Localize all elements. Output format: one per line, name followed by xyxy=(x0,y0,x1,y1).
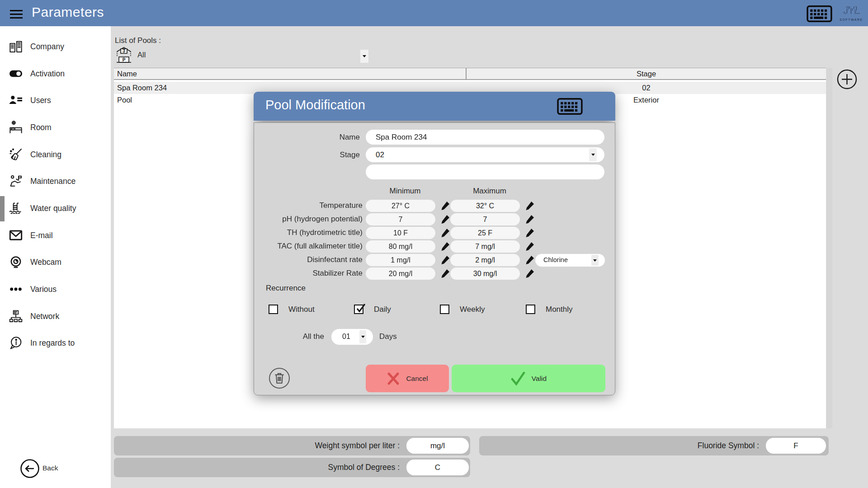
edit-pencil-icon[interactable] xyxy=(440,228,450,238)
weight-symbol-label: Weight symbol per liter : xyxy=(315,441,400,450)
row-label: TH (hydrotimetric title) xyxy=(254,228,363,237)
chevron-down-icon[interactable] xyxy=(591,255,599,266)
sidebar-item-maintenance[interactable]: Maintenance xyxy=(0,169,111,193)
max-field[interactable]: 7 xyxy=(450,213,520,225)
sidebar-item-in-regards-to[interactable]: In regards to xyxy=(0,331,111,355)
checkbox-label: Without xyxy=(288,305,315,314)
min-field[interactable]: 80 mg/l xyxy=(366,240,435,253)
edit-pencil-icon[interactable] xyxy=(440,255,450,265)
edit-pencil-icon[interactable] xyxy=(525,241,535,251)
max-field[interactable]: 2 mg/l xyxy=(450,254,520,266)
extra-field[interactable] xyxy=(366,164,604,179)
sidebar-item-email[interactable]: E-mail xyxy=(0,224,111,247)
stage-value: 02 xyxy=(376,150,384,160)
delete-pool-button[interactable] xyxy=(269,368,290,389)
sidebar-item-label: Water quality xyxy=(30,204,76,213)
maintenance-icon xyxy=(7,173,24,190)
cancel-button[interactable]: Cancel xyxy=(366,365,449,392)
interval-days-select[interactable]: 01 xyxy=(331,329,373,345)
checkbox-without: Without xyxy=(269,304,354,316)
min-field[interactable]: 27° C xyxy=(366,200,435,212)
checkbox-daily: Daily xyxy=(354,304,440,316)
checkbox[interactable] xyxy=(354,305,363,314)
row-label: Stabilizer Rate xyxy=(254,269,363,278)
edit-pencil-icon[interactable] xyxy=(525,255,535,265)
min-field[interactable]: 7 xyxy=(366,213,435,225)
keyboard-icon[interactable] xyxy=(557,98,583,115)
max-field[interactable]: 32° C xyxy=(450,200,520,212)
edit-pencil-icon[interactable] xyxy=(440,241,450,251)
min-field[interactable]: 20 mg/l xyxy=(366,267,435,280)
checkbox-label: Daily xyxy=(374,305,391,314)
sidebar: Company Activation Users Room Cleaning M… xyxy=(0,26,111,488)
page-title: Parameters xyxy=(32,5,104,20)
sidebar-item-room[interactable]: Room xyxy=(0,116,111,139)
min-field[interactable]: 1 mg/l xyxy=(366,254,435,266)
disinfectant-type-select[interactable]: Chlorine xyxy=(535,254,605,267)
badge-top: 3 xyxy=(123,48,125,53)
weight-symbol-field[interactable]: mg/l xyxy=(406,438,469,454)
add-pool-button[interactable] xyxy=(837,69,857,89)
edit-pencil-icon[interactable] xyxy=(525,214,535,224)
edit-pencil-icon[interactable] xyxy=(525,268,535,278)
chevron-down-icon[interactable] xyxy=(360,50,368,63)
min-field[interactable]: 10 F xyxy=(366,227,435,239)
sidebar-item-water-quality[interactable]: Water quality xyxy=(0,197,111,220)
sidebar-item-label: Users xyxy=(30,96,51,105)
name-label: Name xyxy=(254,133,360,142)
row-label: pH (hydrogen potential) xyxy=(254,215,363,224)
edit-pencil-icon[interactable] xyxy=(440,201,450,211)
sidebar-item-network[interactable]: Network xyxy=(0,305,111,328)
row-label: Disinfectant rate xyxy=(254,255,363,264)
fluoride-symbol-label: Fluoride Symbol : xyxy=(698,441,759,450)
valid-button[interactable]: Valid xyxy=(452,365,605,392)
name-field[interactable]: Spa Room 234 xyxy=(366,130,604,145)
company-icon xyxy=(7,38,24,55)
degrees-symbol-bar: Symbol of Degrees : C xyxy=(114,458,470,477)
checkbox[interactable] xyxy=(440,305,449,314)
max-field[interactable]: 30 mg/l xyxy=(450,267,520,280)
envelope-icon xyxy=(7,227,24,244)
trash-icon xyxy=(274,372,285,385)
ellipsis-icon xyxy=(7,281,24,298)
sidebar-item-company[interactable]: Company xyxy=(0,35,111,58)
dialog-header[interactable]: Pool Modification xyxy=(254,92,615,121)
logo-text: JYL xyxy=(837,3,865,18)
sidebar-selection-indicator xyxy=(0,196,5,221)
degrees-symbol-field[interactable]: C xyxy=(406,460,469,475)
toggle-icon xyxy=(7,65,24,82)
edit-pencil-icon[interactable] xyxy=(525,201,535,211)
keyboard-icon[interactable] xyxy=(807,5,832,22)
stage-select[interactable]: 02 xyxy=(366,147,604,162)
interval-suffix: Days xyxy=(379,332,397,341)
max-field[interactable]: 7 mg/l xyxy=(450,240,520,253)
row-label: Temperature xyxy=(254,201,363,210)
edit-pencil-icon[interactable] xyxy=(525,228,535,238)
sidebar-item-various[interactable]: Various xyxy=(0,277,111,301)
limit-row-stabilizer: Stabilizer Rate 20 mg/l 30 mg/l xyxy=(254,267,616,280)
checkbox[interactable] xyxy=(526,305,535,314)
fluoride-symbol-bar: Fluoride Symbol : F xyxy=(479,436,829,455)
sidebar-item-users[interactable]: Users xyxy=(0,89,111,112)
pools-filter-dropdown[interactable]: 3 P All xyxy=(114,45,369,65)
sidebar-item-activation[interactable]: Activation xyxy=(0,62,111,85)
limit-row-disinfectant: Disinfectant rate 1 mg/l 2 mg/l Chlorine xyxy=(254,254,616,266)
checkbox[interactable] xyxy=(269,305,278,314)
vertical-scrollbar[interactable] xyxy=(826,68,832,428)
degrees-symbol-label: Symbol of Degrees : xyxy=(328,463,400,472)
hamburger-menu-icon[interactable] xyxy=(10,10,23,19)
sidebar-item-cleaning[interactable]: Cleaning xyxy=(0,143,111,166)
column-header-name[interactable]: Name xyxy=(117,70,137,78)
edit-pencil-icon[interactable] xyxy=(440,214,450,224)
chevron-down-icon[interactable] xyxy=(589,148,597,161)
sidebar-item-webcam[interactable]: Webcam xyxy=(0,250,111,274)
max-field[interactable]: 25 F xyxy=(450,227,520,239)
webcam-icon xyxy=(7,253,24,271)
disinfectant-type-value: Chlorine xyxy=(543,256,568,263)
broom-icon xyxy=(7,146,24,163)
back-button[interactable]: Back xyxy=(20,459,74,479)
fluoride-symbol-field[interactable]: F xyxy=(766,438,826,454)
edit-pencil-icon[interactable] xyxy=(440,268,450,278)
column-header-stage[interactable]: Stage xyxy=(467,70,826,78)
chevron-down-icon[interactable] xyxy=(359,330,366,343)
